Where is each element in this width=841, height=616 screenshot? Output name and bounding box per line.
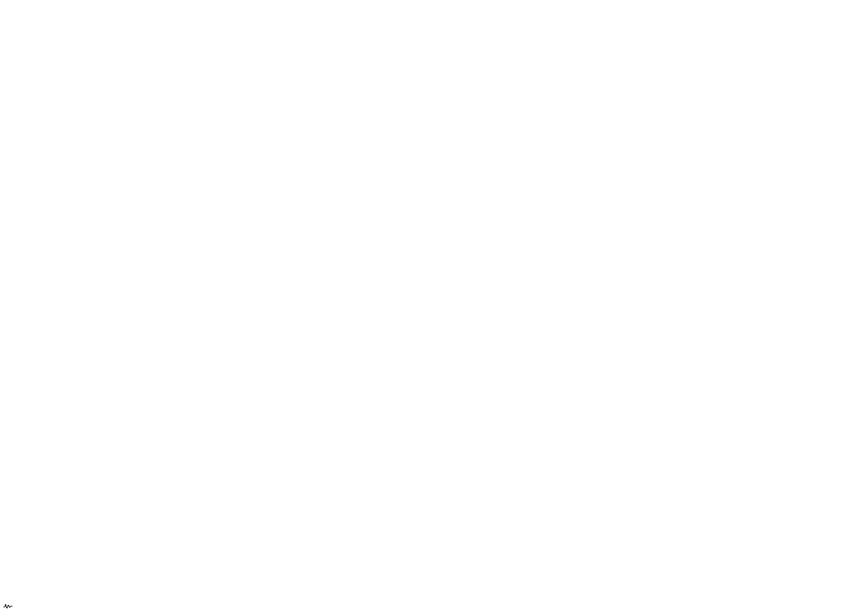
mini-waveform-mark [3,602,13,609]
seismogram-plot [0,0,841,616]
helicorder-page [0,0,841,616]
